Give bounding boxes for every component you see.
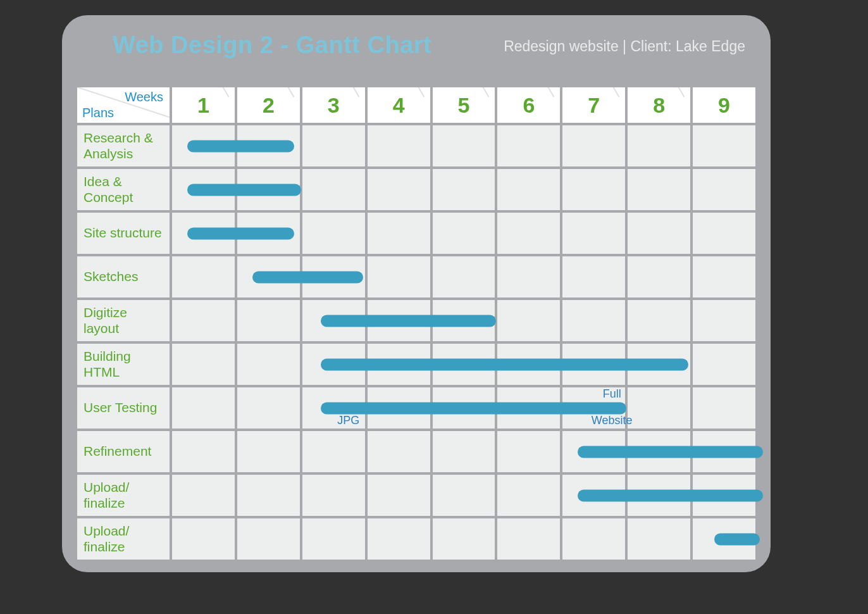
task-row: Site structure bbox=[76, 211, 757, 255]
task-label: Upload/ finalize bbox=[76, 517, 171, 561]
week-num: 7 bbox=[588, 93, 600, 118]
grid-cell bbox=[236, 430, 301, 473]
task-track bbox=[171, 342, 757, 386]
grid-cell bbox=[496, 124, 561, 168]
annotation-full: Full bbox=[603, 387, 621, 401]
grid-cell bbox=[301, 517, 366, 561]
grid-cell bbox=[236, 299, 301, 342]
header-row: Weeks Plans 1 2 3 4 5 6 7 8 9 bbox=[76, 86, 757, 124]
grid-cell bbox=[431, 255, 497, 299]
week-num: 6 bbox=[523, 93, 535, 118]
task-label: Upload/ finalize bbox=[76, 473, 171, 517]
grid-cell bbox=[431, 211, 497, 255]
week-col-2: 2 bbox=[236, 86, 301, 124]
task-row: Upload/ finalize bbox=[76, 517, 757, 561]
grid-cell bbox=[301, 124, 366, 168]
grid-cell bbox=[171, 517, 236, 561]
task-row: Building HTML bbox=[76, 342, 757, 386]
task-label: Sketches bbox=[76, 255, 171, 299]
annotation-website: Website bbox=[592, 414, 633, 427]
grid-cell bbox=[171, 299, 236, 342]
grid-cell bbox=[496, 430, 561, 473]
gantt-bar bbox=[578, 446, 763, 458]
grid-cell bbox=[626, 255, 691, 299]
task-track bbox=[171, 473, 757, 517]
grid-cell bbox=[561, 168, 626, 211]
grid-cell bbox=[301, 473, 366, 517]
task-row: Upload/ finalize bbox=[76, 473, 757, 517]
gantt-bar bbox=[252, 271, 363, 283]
task-label: Building HTML bbox=[76, 342, 171, 386]
task-label: Site structure bbox=[76, 211, 171, 255]
gantt-bar bbox=[321, 402, 627, 414]
week-num: 8 bbox=[653, 93, 665, 118]
gantt-grid: Weeks Plans 1 2 3 4 5 6 7 8 9 Research &… bbox=[76, 86, 757, 560]
grid-cell bbox=[691, 211, 757, 255]
grid-cell bbox=[431, 168, 497, 211]
grid-cell bbox=[496, 473, 561, 517]
grid-cell bbox=[626, 168, 691, 211]
task-row: Idea & Concept bbox=[76, 168, 757, 211]
task-track bbox=[171, 430, 757, 473]
grid-cell bbox=[301, 430, 366, 473]
grid-cell bbox=[691, 342, 757, 386]
grid-cell bbox=[626, 211, 691, 255]
grid-cell bbox=[561, 299, 626, 342]
weeks-label: Weeks bbox=[125, 90, 163, 104]
task-row: User TestingJPGFullWebsite bbox=[76, 386, 757, 430]
grid-cell bbox=[171, 255, 236, 299]
week-num: 2 bbox=[263, 93, 275, 118]
grid-cell bbox=[431, 124, 497, 168]
grid-cell bbox=[236, 342, 301, 386]
grid-cell bbox=[366, 168, 431, 211]
grid-cell bbox=[366, 430, 431, 473]
week-col-6: 6 bbox=[496, 86, 561, 124]
grid-cell bbox=[171, 386, 236, 430]
task-track bbox=[171, 168, 757, 211]
task-track bbox=[171, 124, 757, 168]
grid-cell bbox=[431, 430, 497, 473]
week-col-3: 3 bbox=[301, 86, 366, 124]
task-track bbox=[171, 211, 757, 255]
grid-cell bbox=[366, 473, 431, 517]
task-track: JPGFullWebsite bbox=[171, 386, 757, 430]
grid-cell bbox=[496, 517, 561, 561]
grid-cell bbox=[561, 211, 626, 255]
grid-cell bbox=[171, 342, 236, 386]
grid-cell bbox=[236, 386, 301, 430]
week-col-5: 5 bbox=[431, 86, 497, 124]
grid-cell bbox=[561, 255, 626, 299]
grid-cell bbox=[366, 255, 431, 299]
week-col-4: 4 bbox=[366, 86, 431, 124]
grid-cell bbox=[431, 517, 497, 561]
grid-cell bbox=[496, 168, 561, 211]
gantt-bar bbox=[187, 140, 295, 152]
grid-cell bbox=[496, 299, 561, 342]
task-row: Digitize layout bbox=[76, 299, 757, 342]
grid-cell bbox=[626, 517, 691, 561]
grid-cell bbox=[691, 168, 757, 211]
week-col-8: 8 bbox=[626, 86, 691, 124]
chart-subtitle: Redesign website | Client: Lake Edge bbox=[504, 38, 745, 55]
grid-cell bbox=[691, 299, 757, 342]
grid-cell bbox=[171, 430, 236, 473]
task-label: User Testing bbox=[76, 386, 171, 430]
week-col-1: 1 bbox=[171, 86, 236, 124]
week-num: 4 bbox=[393, 93, 405, 118]
grid-cell bbox=[691, 255, 757, 299]
gantt-bar bbox=[714, 533, 760, 545]
grid-cell bbox=[366, 517, 431, 561]
grid-cell bbox=[366, 124, 431, 168]
gantt-bar bbox=[187, 184, 301, 196]
gantt-bar bbox=[187, 227, 295, 239]
gantt-bar bbox=[578, 489, 763, 501]
grid-cell bbox=[626, 299, 691, 342]
grid-cell bbox=[691, 386, 757, 430]
task-row: Refinement bbox=[76, 430, 757, 473]
task-track bbox=[171, 299, 757, 342]
gantt-bar bbox=[321, 315, 497, 327]
week-col-7: 7 bbox=[561, 86, 626, 124]
rows-container: Research & AnalysisIdea & ConceptSite st… bbox=[76, 124, 757, 561]
grid-cell bbox=[496, 255, 561, 299]
task-label: Digitize layout bbox=[76, 299, 171, 342]
